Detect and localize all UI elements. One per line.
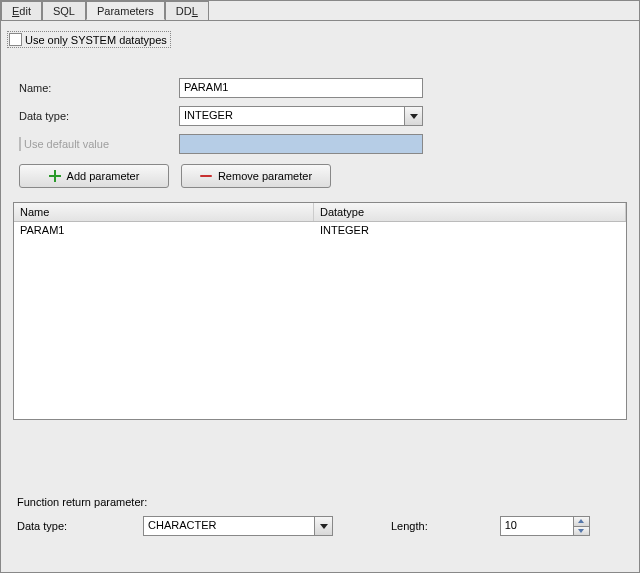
tab-bar: Edit SQL Parameters DDL — [1, 1, 639, 21]
name-label: Name: — [19, 82, 179, 94]
return-datatype-combobox[interactable]: CHARACTER — [143, 516, 333, 536]
remove-parameter-button[interactable]: Remove parameter — [181, 164, 331, 188]
chevron-down-icon[interactable] — [314, 517, 332, 535]
parameter-grid[interactable]: Name Datatype PARAM1 INTEGER — [13, 202, 627, 420]
use-default-value-checkbox: Use default value — [19, 138, 179, 150]
use-system-datatypes-checkbox[interactable]: Use only SYSTEM datatypes — [7, 31, 171, 48]
return-length-value[interactable]: 10 — [501, 517, 573, 535]
tab-sql[interactable]: SQL — [42, 1, 86, 20]
grid-header: Name Datatype — [14, 203, 626, 222]
tab-parameters[interactable]: Parameters — [86, 1, 165, 20]
spinner-up-icon[interactable] — [574, 517, 589, 526]
checkbox-icon — [19, 137, 21, 151]
add-parameter-label: Add parameter — [67, 170, 140, 182]
tab-edit[interactable]: Edit — [1, 1, 42, 20]
parameters-panel: Edit SQL Parameters DDL Use only SYSTEM … — [0, 0, 640, 573]
return-parameter-area: Function return parameter: Data type: CH… — [1, 484, 639, 572]
spinner-down-icon[interactable] — [574, 526, 589, 536]
chevron-down-icon[interactable] — [404, 107, 422, 125]
remove-parameter-label: Remove parameter — [218, 170, 312, 182]
name-input[interactable]: PARAM1 — [179, 78, 423, 98]
grid-cell-type: INTEGER — [314, 222, 626, 239]
table-row[interactable]: PARAM1 INTEGER — [14, 222, 626, 239]
return-length-label: Length: — [391, 520, 428, 532]
plus-icon — [49, 170, 61, 182]
datatype-label: Data type: — [19, 110, 179, 122]
tab-ddl[interactable]: DDL — [165, 1, 209, 20]
datatype-value: INTEGER — [180, 107, 404, 125]
return-datatype-label: Data type: — [17, 520, 127, 532]
add-parameter-button[interactable]: Add parameter — [19, 164, 169, 188]
use-default-value-label: Use default value — [24, 138, 109, 150]
return-title: Function return parameter: — [17, 496, 623, 508]
return-length-spinner[interactable]: 10 — [500, 516, 590, 536]
grid-cell-name: PARAM1 — [14, 222, 314, 239]
grid-header-name[interactable]: Name — [14, 203, 314, 221]
datatype-combobox[interactable]: INTEGER — [179, 106, 423, 126]
grid-header-datatype[interactable]: Datatype — [314, 203, 626, 221]
default-value-input — [179, 134, 423, 154]
return-datatype-value: CHARACTER — [144, 517, 314, 535]
use-system-datatypes-label: Use only SYSTEM datatypes — [25, 34, 167, 46]
minus-icon — [200, 170, 212, 182]
checkbox-icon — [9, 33, 22, 46]
